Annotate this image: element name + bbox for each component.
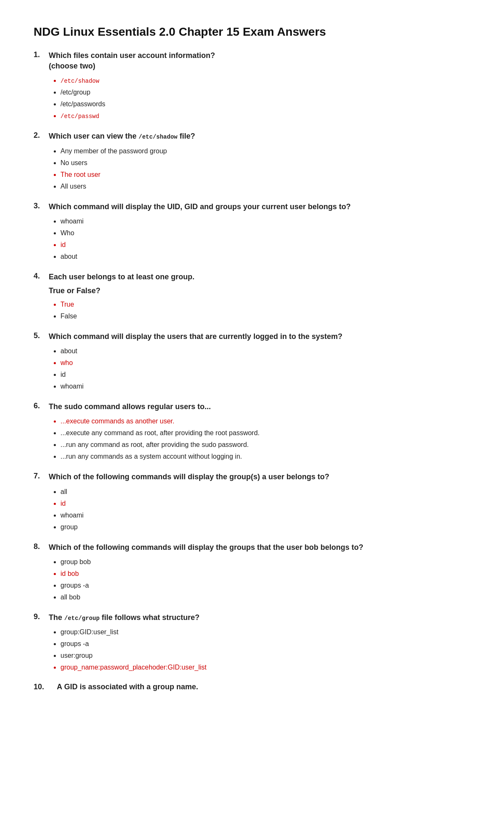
answer-2-1: Any member of the password group — [60, 146, 470, 156]
answer-9-1: group:GID:user_list — [60, 627, 470, 637]
answer-2-2: No users — [60, 158, 470, 168]
answer-5-4: whoami — [60, 381, 470, 391]
answer-7-1: all — [60, 487, 470, 497]
answer-2-4: All users — [60, 181, 470, 192]
answer-9-4: group_name:password_placehoder:GID:user_… — [60, 662, 470, 672]
answer-6-3: ...run any command as root, after provid… — [60, 440, 470, 450]
question-6: The sudo command allows regular users to… — [34, 402, 470, 462]
question-2-text: Which user can view the /etc/shadow file… — [49, 131, 470, 142]
answer-4-2: False — [60, 311, 470, 321]
answer-3-2: Who — [60, 228, 470, 238]
answer-9-2: groups -a — [60, 639, 470, 649]
page-title: NDG Linux Essentials 2.0 Chapter 15 Exam… — [34, 25, 470, 39]
answer-8-3: groups -a — [60, 580, 470, 591]
question-9: The /etc/group file follows what structu… — [34, 612, 470, 672]
answer-2-3: The root user — [60, 170, 470, 180]
question-4-subtext: True or False? — [49, 286, 470, 295]
answer-4-1: True — [60, 299, 470, 310]
answer-8-4: all bob — [60, 592, 470, 602]
answer-3-1: whoami — [60, 216, 470, 226]
question-10: A GID is associated with a group name. — [34, 683, 470, 691]
answer-1-4: /etc/passwd — [60, 111, 470, 121]
question-9-answers: group:GID:user_list groups -a user:group… — [49, 627, 470, 672]
question-3: Which command will display the UID, GID … — [34, 202, 470, 262]
answer-7-4: group — [60, 522, 470, 532]
answer-6-1: ...execute commands as another user. — [60, 416, 470, 426]
question-6-text: The sudo command allows regular users to… — [49, 402, 470, 412]
question-8-text: Which of the following commands will dis… — [49, 542, 470, 553]
question-7: Which of the following commands will dis… — [34, 472, 470, 532]
question-4: Each user belongs to at least one group.… — [34, 272, 470, 321]
question-10-text: A GID is associated with a group name. — [49, 683, 198, 691]
question-2: Which user can view the /etc/shadow file… — [34, 131, 470, 191]
answer-5-1: about — [60, 346, 470, 356]
question-9-text: The /etc/group file follows what structu… — [49, 612, 470, 623]
answer-3-4: about — [60, 252, 470, 262]
answer-8-1: group bob — [60, 557, 470, 567]
question-5: Which command will display the users tha… — [34, 331, 470, 391]
question-5-answers: about who id whoami — [49, 346, 470, 391]
answer-6-4: ...run any commands as a system account … — [60, 452, 470, 462]
question-8: Which of the following commands will dis… — [34, 542, 470, 602]
answer-9-3: user:group — [60, 651, 470, 661]
question-2-answers: Any member of the password group No user… — [49, 146, 470, 192]
answer-8-2: id bob — [60, 569, 470, 579]
question-7-answers: all id whoami group — [49, 487, 470, 532]
question-4-answers: True False — [49, 299, 470, 321]
question-7-text: Which of the following commands will dis… — [49, 472, 470, 482]
answer-6-2: ...execute any command as root, after pr… — [60, 428, 470, 438]
question-4-text: Each user belongs to at least one group. — [49, 272, 470, 282]
answer-1-1: /etc/shadow — [60, 76, 470, 86]
answer-7-2: id — [60, 499, 470, 509]
answer-5-2: who — [60, 358, 470, 368]
answer-1-3: /etc/passwords — [60, 99, 470, 109]
answer-1-2: /etc/group — [60, 87, 470, 97]
answer-5-3: id — [60, 370, 470, 380]
question-1-answers: /etc/shadow /etc/group /etc/passwords /e… — [49, 76, 470, 121]
question-1: Which files contain user account informa… — [34, 50, 470, 121]
question-3-text: Which command will display the UID, GID … — [49, 202, 470, 212]
answer-7-3: whoami — [60, 510, 470, 520]
question-3-answers: whoami Who id about — [49, 216, 470, 262]
questions-list: Which files contain user account informa… — [34, 50, 470, 691]
question-1-text: Which files contain user account informa… — [49, 50, 470, 71]
question-6-answers: ...execute commands as another user. ...… — [49, 416, 470, 462]
answer-3-3: id — [60, 240, 470, 250]
question-8-answers: group bob id bob groups -a all bob — [49, 557, 470, 602]
question-5-text: Which command will display the users tha… — [49, 331, 470, 342]
